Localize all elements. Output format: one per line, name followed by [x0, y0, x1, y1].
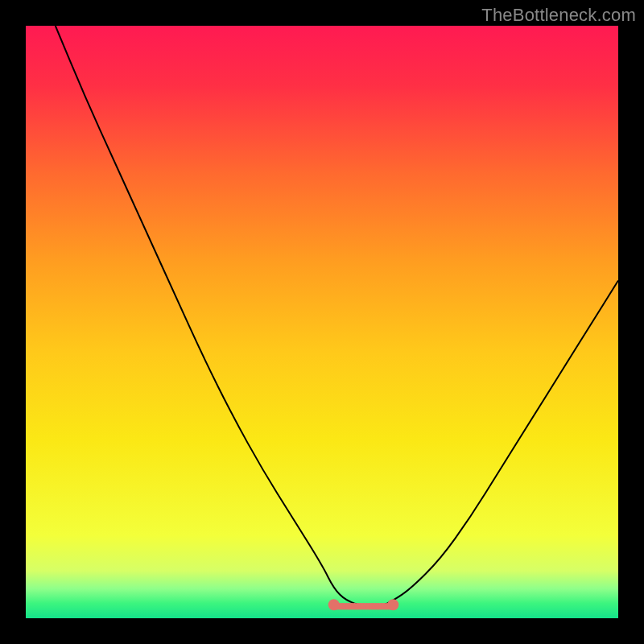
chart-frame: TheBottleneck.com [0, 0, 644, 644]
flat-endpoint-left [328, 599, 340, 610]
flat-endpoint-right [387, 599, 398, 610]
chart-svg [26, 26, 618, 618]
optimal-region-dots [331, 603, 397, 609]
watermark-text: TheBottleneck.com [481, 5, 636, 26]
plot-area [26, 26, 618, 618]
gradient-background [26, 26, 618, 618]
